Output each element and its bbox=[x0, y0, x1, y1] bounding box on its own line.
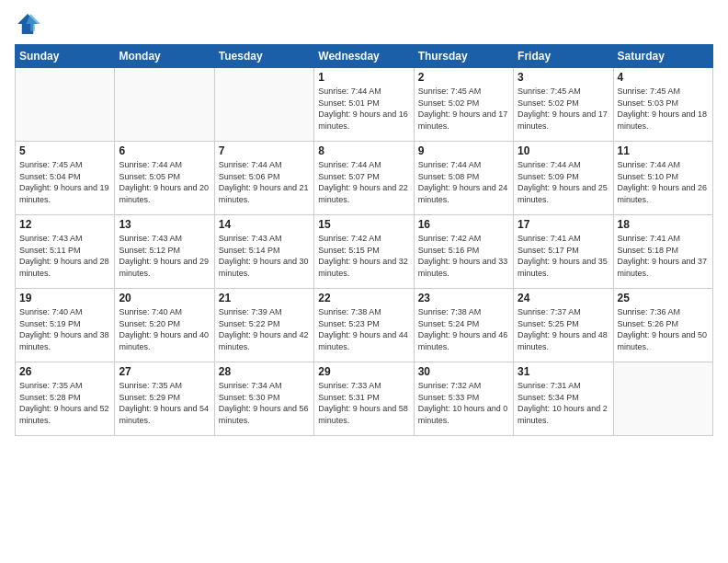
day-info: Sunrise: 7:35 AMSunset: 5:29 PMDaylight:… bbox=[119, 380, 210, 426]
calendar-header-monday: Monday bbox=[115, 45, 214, 68]
calendar-header-tuesday: Tuesday bbox=[214, 45, 313, 68]
calendar-cell: 14Sunrise: 7:43 AMSunset: 5:14 PMDayligh… bbox=[214, 215, 313, 289]
calendar-header-friday: Friday bbox=[514, 45, 613, 68]
calendar-cell: 20Sunrise: 7:40 AMSunset: 5:20 PMDayligh… bbox=[115, 289, 214, 362]
calendar-header-sunday: Sunday bbox=[16, 45, 115, 68]
day-number: 13 bbox=[119, 218, 210, 231]
calendar-week-row: 12Sunrise: 7:43 AMSunset: 5:11 PMDayligh… bbox=[16, 215, 713, 289]
day-number: 8 bbox=[318, 144, 409, 157]
calendar-cell: 30Sunrise: 7:32 AMSunset: 5:33 PMDayligh… bbox=[414, 362, 513, 436]
day-number: 5 bbox=[19, 144, 110, 157]
calendar-header-row: SundayMondayTuesdayWednesdayThursdayFrid… bbox=[16, 45, 713, 68]
logo-icon bbox=[15, 11, 40, 37]
calendar-header-saturday: Saturday bbox=[613, 45, 712, 68]
calendar: SundayMondayTuesdayWednesdayThursdayFrid… bbox=[15, 44, 713, 436]
day-info: Sunrise: 7:43 AMSunset: 5:14 PMDaylight:… bbox=[219, 233, 310, 279]
day-number: 10 bbox=[518, 144, 609, 157]
day-number: 11 bbox=[618, 144, 709, 157]
day-number: 6 bbox=[119, 144, 210, 157]
calendar-cell: 31Sunrise: 7:31 AMSunset: 5:34 PMDayligh… bbox=[514, 362, 613, 436]
calendar-cell bbox=[214, 68, 313, 142]
header bbox=[15, 11, 713, 37]
day-info: Sunrise: 7:36 AMSunset: 5:26 PMDaylight:… bbox=[618, 306, 709, 352]
day-number: 12 bbox=[19, 218, 110, 231]
day-info: Sunrise: 7:41 AMSunset: 5:18 PMDaylight:… bbox=[618, 233, 709, 279]
calendar-cell bbox=[16, 68, 115, 142]
calendar-cell: 18Sunrise: 7:41 AMSunset: 5:18 PMDayligh… bbox=[613, 215, 712, 289]
day-info: Sunrise: 7:31 AMSunset: 5:34 PMDaylight:… bbox=[518, 380, 609, 426]
day-number: 15 bbox=[318, 218, 409, 231]
calendar-cell bbox=[613, 362, 712, 436]
calendar-cell: 9Sunrise: 7:44 AMSunset: 5:08 PMDaylight… bbox=[414, 142, 513, 215]
day-info: Sunrise: 7:42 AMSunset: 5:16 PMDaylight:… bbox=[418, 233, 509, 279]
calendar-cell: 28Sunrise: 7:34 AMSunset: 5:30 PMDayligh… bbox=[214, 362, 313, 436]
calendar-cell: 27Sunrise: 7:35 AMSunset: 5:29 PMDayligh… bbox=[115, 362, 214, 436]
calendar-week-row: 1Sunrise: 7:44 AMSunset: 5:01 PMDaylight… bbox=[16, 68, 713, 142]
day-info: Sunrise: 7:40 AMSunset: 5:20 PMDaylight:… bbox=[119, 306, 210, 352]
day-number: 30 bbox=[418, 365, 509, 378]
calendar-cell: 11Sunrise: 7:44 AMSunset: 5:10 PMDayligh… bbox=[613, 142, 712, 215]
day-info: Sunrise: 7:44 AMSunset: 5:10 PMDaylight:… bbox=[618, 159, 709, 205]
page: SundayMondayTuesdayWednesdayThursdayFrid… bbox=[0, 0, 728, 563]
calendar-cell: 17Sunrise: 7:41 AMSunset: 5:17 PMDayligh… bbox=[514, 215, 613, 289]
calendar-cell: 26Sunrise: 7:35 AMSunset: 5:28 PMDayligh… bbox=[16, 362, 115, 436]
day-info: Sunrise: 7:38 AMSunset: 5:24 PMDaylight:… bbox=[418, 306, 509, 352]
calendar-cell: 10Sunrise: 7:44 AMSunset: 5:09 PMDayligh… bbox=[514, 142, 613, 215]
day-info: Sunrise: 7:41 AMSunset: 5:17 PMDaylight:… bbox=[518, 233, 609, 279]
calendar-cell: 25Sunrise: 7:36 AMSunset: 5:26 PMDayligh… bbox=[613, 289, 712, 362]
day-number: 28 bbox=[219, 365, 310, 378]
day-number: 29 bbox=[318, 365, 409, 378]
calendar-header-wednesday: Wednesday bbox=[314, 45, 414, 68]
day-info: Sunrise: 7:44 AMSunset: 5:09 PMDaylight:… bbox=[518, 159, 609, 205]
calendar-cell: 19Sunrise: 7:40 AMSunset: 5:19 PMDayligh… bbox=[16, 289, 115, 362]
day-info: Sunrise: 7:33 AMSunset: 5:31 PMDaylight:… bbox=[318, 380, 409, 426]
day-number: 2 bbox=[418, 71, 509, 84]
day-info: Sunrise: 7:44 AMSunset: 5:08 PMDaylight:… bbox=[418, 159, 509, 205]
calendar-cell: 3Sunrise: 7:45 AMSunset: 5:02 PMDaylight… bbox=[514, 68, 613, 142]
day-number: 17 bbox=[518, 218, 609, 231]
day-info: Sunrise: 7:39 AMSunset: 5:22 PMDaylight:… bbox=[219, 306, 310, 352]
day-number: 14 bbox=[219, 218, 310, 231]
day-info: Sunrise: 7:34 AMSunset: 5:30 PMDaylight:… bbox=[219, 380, 310, 426]
day-info: Sunrise: 7:44 AMSunset: 5:05 PMDaylight:… bbox=[119, 159, 210, 205]
calendar-cell: 6Sunrise: 7:44 AMSunset: 5:05 PMDaylight… bbox=[115, 142, 214, 215]
calendar-week-row: 26Sunrise: 7:35 AMSunset: 5:28 PMDayligh… bbox=[16, 362, 713, 436]
calendar-cell: 1Sunrise: 7:44 AMSunset: 5:01 PMDaylight… bbox=[314, 68, 414, 142]
calendar-cell: 23Sunrise: 7:38 AMSunset: 5:24 PMDayligh… bbox=[414, 289, 513, 362]
day-number: 26 bbox=[19, 365, 110, 378]
calendar-cell: 5Sunrise: 7:45 AMSunset: 5:04 PMDaylight… bbox=[16, 142, 115, 215]
logo bbox=[15, 11, 44, 37]
day-number: 20 bbox=[119, 292, 210, 304]
day-number: 16 bbox=[418, 218, 509, 231]
calendar-cell: 7Sunrise: 7:44 AMSunset: 5:06 PMDaylight… bbox=[214, 142, 313, 215]
day-number: 18 bbox=[618, 218, 709, 231]
day-info: Sunrise: 7:44 AMSunset: 5:07 PMDaylight:… bbox=[318, 159, 409, 205]
day-number: 21 bbox=[219, 292, 310, 304]
day-number: 23 bbox=[418, 292, 509, 304]
day-info: Sunrise: 7:37 AMSunset: 5:25 PMDaylight:… bbox=[518, 306, 609, 352]
day-number: 4 bbox=[618, 71, 709, 84]
calendar-cell: 8Sunrise: 7:44 AMSunset: 5:07 PMDaylight… bbox=[314, 142, 414, 215]
day-info: Sunrise: 7:44 AMSunset: 5:06 PMDaylight:… bbox=[219, 159, 310, 205]
calendar-cell: 2Sunrise: 7:45 AMSunset: 5:02 PMDaylight… bbox=[414, 68, 513, 142]
calendar-week-row: 5Sunrise: 7:45 AMSunset: 5:04 PMDaylight… bbox=[16, 142, 713, 215]
calendar-cell: 21Sunrise: 7:39 AMSunset: 5:22 PMDayligh… bbox=[214, 289, 313, 362]
day-info: Sunrise: 7:45 AMSunset: 5:02 PMDaylight:… bbox=[418, 86, 509, 132]
day-info: Sunrise: 7:38 AMSunset: 5:23 PMDaylight:… bbox=[318, 306, 409, 352]
day-info: Sunrise: 7:42 AMSunset: 5:15 PMDaylight:… bbox=[318, 233, 409, 279]
calendar-header-thursday: Thursday bbox=[414, 45, 513, 68]
day-number: 1 bbox=[318, 71, 409, 84]
day-info: Sunrise: 7:32 AMSunset: 5:33 PMDaylight:… bbox=[418, 380, 509, 426]
calendar-cell: 15Sunrise: 7:42 AMSunset: 5:15 PMDayligh… bbox=[314, 215, 414, 289]
day-number: 3 bbox=[518, 71, 609, 84]
day-info: Sunrise: 7:44 AMSunset: 5:01 PMDaylight:… bbox=[318, 86, 409, 132]
calendar-cell: 22Sunrise: 7:38 AMSunset: 5:23 PMDayligh… bbox=[314, 289, 414, 362]
calendar-week-row: 19Sunrise: 7:40 AMSunset: 5:19 PMDayligh… bbox=[16, 289, 713, 362]
day-number: 22 bbox=[318, 292, 409, 304]
calendar-cell: 12Sunrise: 7:43 AMSunset: 5:11 PMDayligh… bbox=[16, 215, 115, 289]
day-info: Sunrise: 7:43 AMSunset: 5:11 PMDaylight:… bbox=[19, 233, 110, 279]
day-info: Sunrise: 7:45 AMSunset: 5:02 PMDaylight:… bbox=[518, 86, 609, 132]
day-number: 9 bbox=[418, 144, 509, 157]
calendar-cell: 4Sunrise: 7:45 AMSunset: 5:03 PMDaylight… bbox=[613, 68, 712, 142]
calendar-cell: 16Sunrise: 7:42 AMSunset: 5:16 PMDayligh… bbox=[414, 215, 513, 289]
